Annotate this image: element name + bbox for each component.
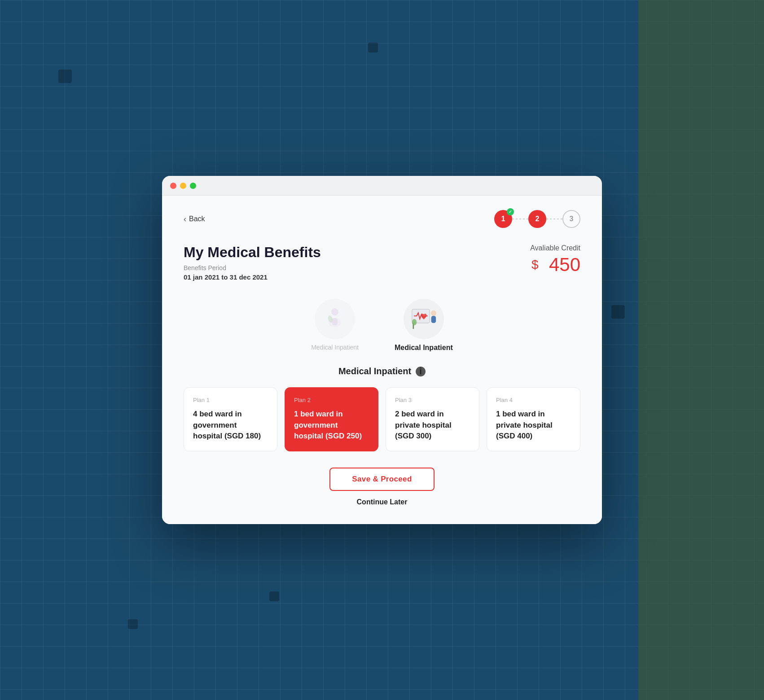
step-1[interactable]: 1 ✓ [494, 210, 512, 228]
step-1-check: ✓ [507, 208, 514, 215]
step-2[interactable]: 2 [528, 210, 546, 228]
back-button[interactable]: ‹ Back [184, 214, 205, 224]
svg-point-5 [431, 311, 436, 316]
step-3-number: 3 [570, 215, 574, 223]
plan-2-desc: 1 bed ward in government hospital (SGD 2… [294, 409, 369, 442]
plan-3-label: Plan 3 [395, 397, 470, 403]
svg-rect-6 [431, 316, 436, 323]
svg-rect-2 [332, 318, 338, 325]
title-block: My Medical Benefits Benefits Period 01 j… [184, 244, 321, 281]
credit-label: Avaliable Credit [530, 244, 580, 252]
main-window: ‹ Back 1 ✓ 2 3 My Me [162, 176, 602, 524]
credit-amount: $ 450 [530, 254, 580, 276]
plan-4-label: Plan 4 [496, 397, 571, 403]
close-button-icon[interactable] [170, 183, 176, 189]
window-content: ‹ Back 1 ✓ 2 3 My Me [162, 196, 602, 524]
back-label: Back [189, 215, 205, 223]
section-title-row: Medical Inpatient i [184, 366, 580, 376]
traffic-lights [170, 183, 196, 189]
save-proceed-button[interactable]: Save & Proceed [329, 468, 434, 491]
plan-1-label: Plan 1 [193, 397, 268, 403]
category-inactive-label: Medical Inpatient [311, 344, 359, 351]
step-3[interactable]: 3 [562, 210, 580, 228]
section-title-text: Medical Inpatient [338, 366, 411, 376]
info-icon[interactable]: i [416, 367, 426, 376]
actions-row: Save & Proceed Continue Later [184, 468, 580, 506]
credit-block: Avaliable Credit $ 450 [530, 244, 580, 276]
step-line-1-2 [512, 219, 528, 219]
category-item-active[interactable]: Medical Inpatient [395, 299, 453, 352]
title-bar [162, 176, 602, 196]
svg-point-0 [331, 308, 338, 315]
plan-3-desc: 2 bed ward in private hospital (SGD 300) [395, 409, 470, 442]
step-1-number: 1 [501, 215, 505, 223]
category-active-label: Medical Inpatient [395, 344, 453, 352]
maximize-button-icon[interactable] [190, 183, 196, 189]
credit-value: 450 [549, 254, 580, 275]
back-chevron-icon: ‹ [184, 214, 186, 224]
sidebar-strip [638, 0, 764, 700]
plan-1-desc: 4 bed ward in government hospital (SGD 1… [193, 409, 268, 442]
header-section: My Medical Benefits Benefits Period 01 j… [184, 244, 580, 281]
categories-row: Medical Inpatient [184, 299, 580, 352]
page-title: My Medical Benefits [184, 244, 321, 261]
plan-card-2[interactable]: Plan 2 1 bed ward in government hospital… [285, 387, 378, 451]
category-item-inactive[interactable]: Medical Inpatient [311, 299, 359, 352]
minimize-button-icon[interactable] [180, 183, 186, 189]
plan-2-label: Plan 2 [294, 397, 369, 403]
plan-4-desc: 1 bed ward in private hospital (SGD 400) [496, 409, 571, 442]
plan-card-4[interactable]: Plan 4 1 bed ward in private hospital (S… [487, 387, 580, 451]
category-icon-inactive [315, 299, 355, 339]
step-indicator: 1 ✓ 2 3 [494, 210, 580, 228]
top-bar: ‹ Back 1 ✓ 2 3 [184, 210, 580, 228]
period-label: Benefits Period [184, 264, 321, 271]
category-icon-active [404, 299, 444, 339]
plan-card-1[interactable]: Plan 1 4 bed ward in government hospital… [184, 387, 277, 451]
svg-point-8 [412, 319, 417, 325]
continue-later-button[interactable]: Continue Later [357, 498, 408, 506]
plan-card-3[interactable]: Plan 3 2 bed ward in private hospital (S… [386, 387, 479, 451]
plans-grid: Plan 1 4 bed ward in government hospital… [184, 387, 580, 451]
step-line-2-3 [546, 219, 562, 219]
period-value: 01 jan 2021 to 31 dec 2021 [184, 273, 321, 281]
step-2-number: 2 [536, 215, 540, 223]
credit-symbol: $ [531, 258, 539, 272]
